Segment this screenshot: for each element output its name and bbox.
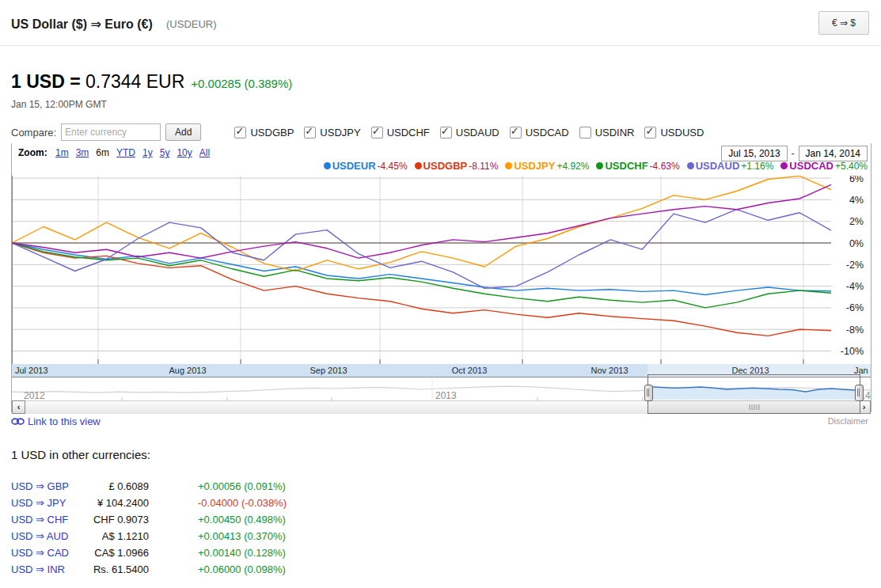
compare-option-label: USDUSD — [660, 127, 704, 138]
zoom-link-5y[interactable]: 5y — [160, 147, 170, 158]
legend-series-change: -4.45% — [378, 161, 408, 172]
checkbox-checked-icon[interactable]: ✓ — [644, 127, 656, 138]
legend-dot-icon — [324, 162, 331, 169]
y-axis-tick-label: -10% — [841, 346, 864, 357]
currency-pair-link[interactable]: USD ⇒ CHF — [11, 514, 84, 525]
legend-series-name: USDJPY — [514, 160, 555, 172]
currency-value: CA$ 1.0966 — [84, 547, 149, 559]
pair-symbol: (USDEUR) — [166, 18, 217, 30]
quote-timestamp: Jan 15, 12:00PM GMT — [11, 99, 107, 110]
y-axis-tick-label: 0% — [849, 238, 864, 249]
checkbox-unchecked-icon[interactable] — [579, 127, 591, 138]
timeline-overview[interactable]: 201220132014 ‹ › — [12, 377, 871, 413]
checkbox-checked-icon[interactable]: ✓ — [510, 127, 522, 138]
checkbox-checked-icon[interactable]: ✓ — [440, 127, 452, 138]
compare-option-usdusd[interactable]: ✓USDUSD — [644, 127, 704, 138]
currency-change: -0.04000 (-0.038%) — [149, 497, 287, 509]
legend-series-change: +1.16% — [741, 161, 773, 172]
quote-line: 1 USD = 0.7344 EUR+0.00285 (0.389%) — [11, 71, 292, 93]
checkbox-checked-icon[interactable]: ✓ — [371, 127, 383, 138]
currency-value: £ 0.6089 — [84, 480, 149, 492]
date-to-field[interactable]: Jan 14, 2014 — [799, 146, 868, 161]
disclaimer-link[interactable]: Disclaimer — [828, 416, 868, 426]
compare-option-label: USDGBP — [250, 127, 294, 138]
other-currencies-table: USD ⇒ GBP£ 0.6089+0.00056 (0.091%)USD ⇒ … — [11, 478, 287, 578]
chart-module: Zoom: 1m3m6mYTD1y5y10yAll Jul 15, 2013 -… — [11, 143, 872, 412]
compare-label: Compare: — [11, 127, 56, 138]
legend-dot-icon — [780, 162, 788, 169]
price-chart-svg: 6%4%2%0%-2%-4%-6%-8%-10% — [12, 176, 869, 364]
chain-link-icon — [11, 417, 25, 426]
legend-series-name: USDGBP — [423, 160, 468, 172]
other-currencies-heading: 1 USD in other currencies: — [11, 448, 150, 461]
zoom-link-all[interactable]: All — [199, 147, 210, 158]
y-axis-tick-label: -2% — [846, 260, 864, 271]
zoom-link-3m[interactable]: 3m — [76, 147, 89, 158]
zoom-link-10y[interactable]: 10y — [177, 147, 192, 158]
selection-left-handle[interactable] — [644, 385, 653, 401]
link-to-this-view-label: Link to this view — [28, 415, 101, 427]
date-from-field[interactable]: Jul 15, 2013 — [721, 146, 787, 161]
quote-change: +0.00285 (0.389%) — [191, 77, 292, 90]
zoom-link-6m: 6m — [96, 147, 109, 158]
link-to-this-view[interactable]: Link to this view — [11, 415, 101, 427]
legend-series-change: -8.11% — [469, 161, 498, 172]
date-range: Jul 15, 2013 - Jan 14, 2014 — [721, 146, 868, 161]
currency-pair-link[interactable]: USD ⇒ CAD — [11, 547, 84, 559]
y-axis-tick-label: 6% — [849, 176, 864, 184]
compare-row: Compare: Add ✓USDGBP✓USDJPY✓USDCHF✓USDAU… — [11, 123, 714, 142]
currency-change: +0.00450 (0.498%) — [149, 514, 287, 525]
swap-currencies-button[interactable]: € ⇒ $ — [818, 11, 869, 35]
series-line-usdeur — [12, 243, 831, 295]
scroll-left-button[interactable]: ‹ — [12, 400, 25, 414]
legend-item-usdchf: USDCHF-4.63% — [596, 160, 679, 172]
compare-option-usdgbp[interactable]: ✓USDGBP — [234, 127, 294, 138]
legend-dot-icon — [596, 162, 603, 169]
legend-dot-icon — [505, 162, 512, 169]
compare-option-usdjpy[interactable]: ✓USDJPY — [304, 127, 360, 138]
x-axis-label: Oct 2013 — [434, 366, 505, 375]
selection-right-handle[interactable] — [855, 385, 864, 401]
currency-pair-link[interactable]: USD ⇒ GBP — [11, 480, 84, 492]
currency-value: A$ 1.1210 — [84, 530, 149, 542]
compare-option-label: USDAUD — [456, 127, 499, 138]
x-axis-label: Aug 2013 — [152, 366, 223, 375]
compare-option-usdchf[interactable]: ✓USDCHF — [371, 127, 430, 138]
currency-value: ¥ 104.2400 — [84, 497, 149, 509]
compare-option-usdaud[interactable]: ✓USDAUD — [440, 127, 499, 138]
legend-item-usdjpy: USDJPY+4.92% — [505, 160, 589, 172]
add-button[interactable]: Add — [165, 123, 201, 141]
zoom-link-1m[interactable]: 1m — [55, 147, 69, 158]
compare-option-label: USDJPY — [320, 127, 360, 138]
checkbox-checked-icon[interactable]: ✓ — [234, 127, 246, 138]
compare-option-label: USDCHF — [387, 127, 430, 138]
zoom-links: 1m3m6mYTD1y5y10yAll — [55, 147, 217, 158]
currency-pair-link[interactable]: USD ⇒ AUD — [11, 530, 84, 542]
compare-option-usdcad[interactable]: ✓USDCAD — [510, 127, 569, 138]
timeline-selection-window[interactable] — [647, 374, 860, 414]
selection-scrollbar[interactable] — [648, 400, 860, 413]
scrollbar-grip[interactable] — [748, 404, 760, 410]
zoom-label: Zoom: — [18, 147, 47, 158]
currency-value: Rs. 61.5400 — [84, 563, 149, 575]
y-axis-tick-label: 4% — [849, 195, 864, 206]
legend-item-usdcad: USDCAD+5.40% — [780, 160, 868, 172]
currency-row: USD ⇒ JPY¥ 104.2400-0.04000 (-0.038%) — [11, 495, 287, 511]
series-line-usdgbp — [12, 243, 831, 336]
x-axis-label: Sep 2013 — [293, 366, 364, 375]
compare-option-usdinr[interactable]: USDINR — [579, 127, 635, 138]
y-axis-tick-label: 2% — [849, 216, 864, 227]
zoom-link-ytd[interactable]: YTD — [116, 147, 135, 158]
currency-pair-link[interactable]: USD ⇒ JPY — [11, 497, 84, 509]
currency-pair-link[interactable]: USD ⇒ INR — [11, 563, 84, 575]
selection-sparkline — [648, 378, 858, 400]
zoom-link-1y[interactable]: 1y — [142, 147, 153, 158]
timeline-year-label: 2013 — [435, 390, 457, 401]
currency-change: +0.00413 (0.370%) — [149, 530, 287, 542]
currency-row: USD ⇒ CHFCHF 0.9073+0.00450 (0.498%) — [11, 511, 287, 528]
plot-area[interactable]: 6%4%2%0%-2%-4%-6%-8%-10% — [12, 176, 869, 364]
currency-row: USD ⇒ CADCA$ 1.0966+0.00140 (0.128%) — [11, 544, 287, 561]
compare-input[interactable] — [61, 123, 161, 141]
compare-options: ✓USDGBP✓USDJPY✓USDCHF✓USDAUD✓USDCADUSDIN… — [234, 127, 714, 138]
checkbox-checked-icon[interactable]: ✓ — [304, 127, 316, 138]
